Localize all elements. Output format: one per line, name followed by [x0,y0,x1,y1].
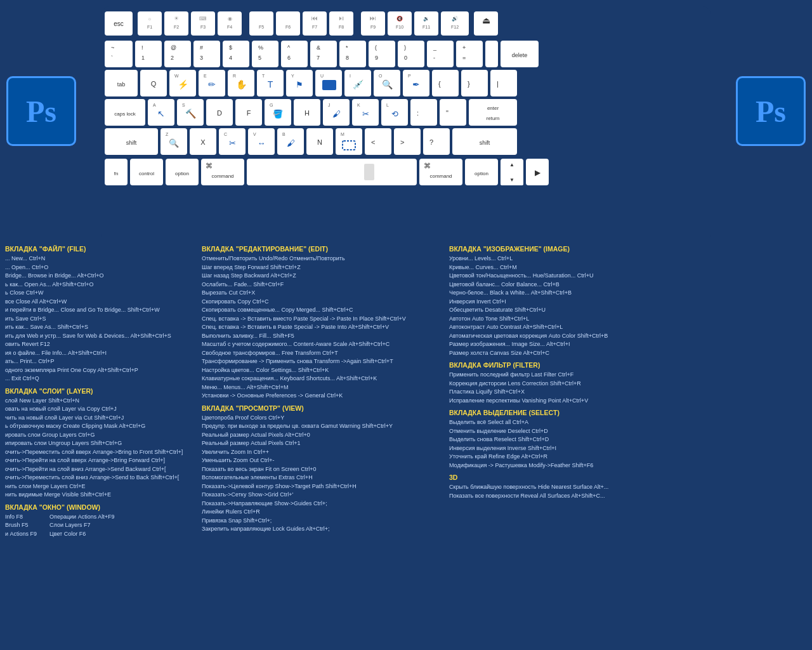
svg-text:🔇: 🔇 [396,15,403,22]
svg-text:⏯: ⏯ [338,15,344,22]
svg-text:tab: tab [117,81,126,88]
svg-text:F11: F11 [422,25,430,29]
image-items: Уровни... Levels... Ctrl+LКривые... Curv… [449,255,807,357]
svg-text:O: O [379,74,383,78]
svg-text:?: ? [429,138,433,146]
ps-logo-right-text: Ps [756,94,786,129]
svg-text:_: _ [433,44,437,51]
ps-logo-right: Ps [736,76,806,146]
svg-text:shift: shift [126,140,137,146]
svg-text:fn: fn [114,171,119,176]
svg-rect-75 [456,41,483,67]
svg-rect-48 [193,41,220,67]
shortcut-item: Линейки Rulers Ctrl+R [202,508,439,517]
svg-text:W: W [174,74,179,78]
svg-text:🖌: 🖌 [332,109,341,119]
column-image-filter-select: ВКЛАДКА "ИЗОБРАЖЕНИЕ" (IMAGE) Уровни... … [444,238,812,650]
shortcut-item: Кривые... Curves... Ctrl+M [449,263,807,272]
svg-text:control: control [139,171,154,176]
window-shortcut: Операции Actions Alt+F9 [49,513,114,522]
svg-text:🔍: 🔍 [382,79,393,90]
svg-rect-174 [394,128,421,155]
svg-text:⏏: ⏏ [482,15,490,25]
image-section-title: ВКЛАДКА "ИЗОБРАЖЕНИЕ" (IMAGE) [449,245,807,253]
svg-text:option: option [175,171,189,176]
shortcut-item: Установки -> Основные Preferences -> Gen… [202,392,439,401]
svg-text:*: * [346,44,348,51]
shortcut-item: Скопировать совмещенные... Copy Merged..… [202,306,439,315]
shortcut-item: Показать->Направляющие Show->Guides Ctrl… [202,500,439,508]
svg-text:💉: 💉 [353,79,364,90]
svg-text::: : [417,109,419,117]
svg-text:9: 9 [375,55,378,61]
svg-text:delete: delete [512,52,528,58]
svg-rect-9 [191,11,215,36]
shortcut-item: Скопировать Copy Ctrl+C [202,298,439,307]
shortcut-item: ия о файле... File Info... Alt+Shift+Ctr… [5,349,192,358]
shortcut-item: Настройка цветов... Color Settings... Sh… [202,366,439,375]
select-section-title: ВКЛАДКА ВЫДЕЛЕНИЕ (SELECT) [449,409,807,416]
keyboard-svg: esc ☼ F1 ☀ F2 ⌨ F3 ◉ F4 F5 F6 ⏮ F7 ⏯ F8 [98,6,714,241]
window-shortcut: Цвет Color F6 [49,530,114,539]
svg-text:): ) [404,44,406,51]
shortcut-item: Масштаб с учетом содержимого... Content-… [202,340,439,349]
shortcut-item: Размер изображения... Image Size... Alt+… [449,340,807,349]
bottom-content: ВКЛАДКА "ФАЙЛ" (FILE) ... New... Ctrl+N.… [0,238,812,650]
svg-text:M: M [341,132,344,136]
svg-rect-66 [369,41,395,67]
window-shortcut: Слои Layers F7 [49,521,114,530]
shortcut-item: ить как... Save As... Shift+Ctrl+S [5,323,192,332]
window-col1: Info F8Brush F5и Actions F9 [5,513,37,539]
svg-text:8: 8 [346,55,349,61]
shortcut-item: Инверсия выделения Inverse Shift+Ctrl+I [449,444,807,453]
shortcut-item: ить для Web и устр... Save for Web & Dev… [5,332,192,341]
shortcut-item: Пластика Liquify Shift+Ctrl+X [449,388,807,397]
svg-text:B: B [282,132,285,136]
shortcut-item: ... Exit Ctrl+Q [5,375,192,383]
svg-text:H: H [304,109,310,117]
shortcut-item: ипировать слои Ungroup Layers Shift+Ctrl… [5,439,192,448]
svg-text:#: # [200,44,203,51]
svg-rect-51 [223,41,249,67]
shortcut-item: ировать слои Group Layers Ctrl+G [5,431,192,440]
svg-text:|: | [497,80,499,88]
svg-text:!: ! [141,44,143,51]
shortcut-item: Выделить всё Select all Ctrl+A [449,418,807,427]
svg-text:⚡: ⚡ [178,79,189,90]
keyboard-area: esc ☼ F1 ☀ F2 ⌨ F3 ◉ F4 F5 F6 ⏮ F7 ⏯ F8 [98,6,714,241]
shortcut-item: Выделить снова Reselect Shift+Ctrl+D [449,435,807,444]
shortcut-item: Показать->Сетку Show->Grid Ctrl+' [202,491,439,500]
svg-text:⏭: ⏭ [370,15,376,22]
select-items: Выделить всё Select all Ctrl+AОтменить в… [449,418,807,470]
shortcut-item: Шаг вперед Step Forward Shift+Ctrl+Z [202,263,439,272]
window-col2: Операции Actions Alt+F9Слои Layers F7Цве… [49,513,114,539]
svg-rect-189 [247,159,417,185]
svg-text:A: A [153,103,156,107]
shortcut-item: Цветопроба Proof Colors Ctrl+Y [202,414,439,423]
svg-text:F2: F2 [174,25,179,29]
layer-section-title: ВКЛАДКА "СЛОИ" (LAYER) [5,387,192,395]
svg-rect-172 [365,128,391,155]
view-items: Цветопроба Proof Colors Ctrl+YПредупр. п… [202,414,439,534]
svg-text:X: X [200,138,206,146]
svg-rect-34 [441,11,469,36]
shortcut-item: очить->Переместить слой вниз Arrange->Se… [5,474,192,482]
shortcut-item: ь Close Ctrl+W [5,289,192,298]
shortcut-item: Черно-белое... Black a White... Alt+Shif… [449,289,807,298]
column-file-layer: ВКЛАДКА "ФАЙЛ" (FILE) ... New... Ctrl+N.… [0,238,197,650]
shortcut-item: Выполнить заливку... Fill... Shift+F5 [202,332,439,341]
svg-text:5: 5 [258,55,261,61]
shortcut-item: Цветовой баланс... Color Balance... Ctrl… [449,281,807,289]
shortcut-item: ить Save Ctrl+S [5,315,192,324]
svg-rect-114 [461,70,488,96]
shortcut-item: ... New... Ctrl+N [5,255,192,263]
window-content: Info F8Brush F5и Actions F9 Операции Act… [5,513,192,539]
svg-rect-144 [410,99,437,126]
svg-rect-78 [485,41,498,67]
shortcut-item: Размер холста Canvas Size Alt+Ctrl+C [449,349,807,358]
shortcut-item: Закрепить направляющие Lock Guides Alt+C… [202,525,439,534]
svg-text:K: K [357,103,360,107]
svg-text:⌨: ⌨ [199,16,207,22]
shortcut-item: Автотон Auto Tone Shift+Ctrl+L [449,315,807,324]
svg-text:T: T [268,79,273,90]
